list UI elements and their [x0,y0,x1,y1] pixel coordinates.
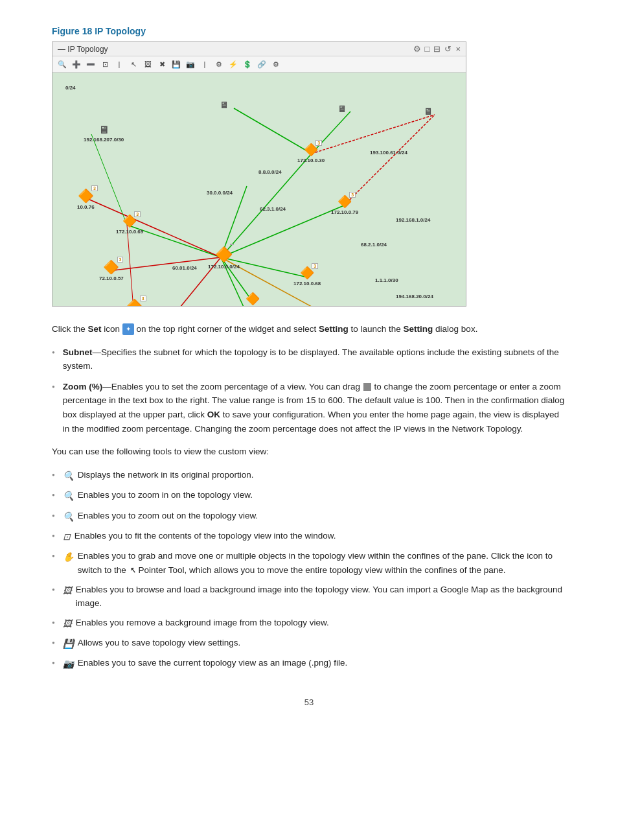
node-switch-top1: 🖥 [220,100,229,110]
setting-label1: Setting [319,324,349,334]
toolbar-separator2: | [199,58,211,70]
node-label-194: 194.168.20.0/24 [396,293,433,299]
svg-line-17 [91,134,127,225]
node-label-888: 8.8.8.0/24 [258,169,282,175]
zoom-item: ● Zoom (%)—Enables you to set the zoom p… [52,380,566,436]
zoom-text: Zoom (%)—Enables you to set the zoom per… [63,380,566,436]
node-label-6001: 60.01.0/24 [172,264,197,271]
tool-icon-save: 💾 [63,636,74,651]
node-switch-top2: 🖥 [338,104,347,114]
minimize-icon[interactable]: ⊟ [433,44,441,54]
tool-bullet-2: ● [52,491,55,500]
settings-icon[interactable]: ⚙ [413,44,421,54]
figure-title: Figure 18 IP Topology [52,26,566,36]
close-icon[interactable]: × [455,44,461,54]
tool-bullet-7: ● [52,619,55,627]
drag-indicator [363,383,371,391]
node-label-111: 1.1.1.0/30 [375,277,398,283]
tool-content-1: 🔍 Displays the network in its original p… [63,468,566,483]
intro-paragraph: Click the Set icon ✦ on the top right co… [52,322,566,336]
node-label-1921681: 192.168.1.0/24 [396,216,430,223]
tool-icon-bg-add: 🖼 [63,583,72,598]
tool-icon-zoom-out: 🔍 [63,509,74,524]
node-switch-top3: 🖥 [424,106,433,117]
subnet-item: ● Subnet—Specifies the subnet for which … [52,345,566,373]
topology-titlebar: — IP Topology ⚙ □ ⊟ ↺ × [52,42,466,56]
node-0-24: 0/24 [65,84,76,91]
set-icon: ✦ [122,323,134,335]
tool-bullet-8: ● [52,639,55,648]
tool-icon-original: 🔍 [63,469,74,483]
toolbar-extra5[interactable]: ⚙ [270,58,282,70]
tool-content-8: 💾 Allows you to save topology view setti… [63,636,566,651]
tool-item-6: ● 🖼 Enables you to browse and load a bac… [52,583,566,611]
toolbar-extra1[interactable]: ⚙ [213,58,225,70]
svg-line-2 [114,257,221,270]
tool-item-5: ● ✋ Enables you to grab and move one or … [52,549,566,577]
tool-item-7: ● 🖼 Enables you remove a background imag… [52,616,566,631]
tool-text-9: Enables you to save the current topology… [78,656,566,670]
node-router-30: 🔶 3 172.10.0.30 [297,143,325,163]
tool-bullet-9: ● [52,659,55,668]
tool-text-5: Enables you to grab and move one or mult… [78,549,566,577]
refresh-icon[interactable]: ↺ [444,44,452,54]
node-router-main: 🔶 172.10.0.0/24 [208,246,240,270]
tool-content-9: 📷 Enables you to save the current topolo… [63,656,566,671]
tool-item-9: ● 📷 Enables you to save the current topo… [52,656,566,671]
toolbar-bg-add[interactable]: 🖼 [142,58,154,70]
toolbar-zoom-out[interactable]: ➖ [85,58,97,70]
titlebar-right[interactable]: ⚙ □ ⊟ ↺ × [413,44,461,54]
node-router-79: 🔶 3 172.10.0.79 [331,194,358,215]
svg-line-14 [344,115,435,205]
tool-bullet-4: ● [52,532,55,541]
tool-item-4: ● ⊡ Enables you to fit the contents of t… [52,529,566,544]
tool-icon-save-png: 📷 [63,657,74,671]
maximize-icon[interactable]: □ [425,44,430,54]
node-label-30000: 30.0.0.0/24 [207,189,233,196]
node-label-682: 68.2.1.0/24 [361,241,387,248]
tool-content-2: 🔍 Enables you to zoom in on the topology… [63,488,566,503]
svg-line-18 [127,225,133,306]
node-router-68: 🔶 3 172.10.0.68 [293,266,321,286]
bullet-dot-1: ● [52,349,55,357]
tool-content-3: 🔍 Enables you to zoom out on the topolog… [63,509,566,524]
toolbar-save[interactable]: 💾 [170,58,182,70]
topology-toolbar: 🔍 ➕ ➖ ⊡ | ↖ 🖼 ✖ 💾 📷 | ⚙ ⚡ 💲 🔗 ⚙ [52,56,466,73]
tool-content-4: ⊡ Enables you to fit the contents of the… [63,529,566,544]
tool-text-1: Displays the network in its original pro… [78,468,566,482]
tool-item-2: ● 🔍 Enables you to zoom in on the topolo… [52,488,566,503]
tools-list: ● 🔍 Displays the network in its original… [52,468,566,671]
tool-icon-bg-remove: 🖼 [63,616,72,631]
tool-icon-fit: ⊡ [63,530,71,544]
toolbar-bg-remove[interactable]: ✖ [156,58,168,70]
toolbar-save-img[interactable]: 📷 [185,58,196,70]
node-router-72: 🔶 3 72.10.0.57 [99,259,124,281]
node-router-60: 🔶 172.10.0.60 [239,292,266,306]
tool-content-6: 🖼 Enables you to browse and load a backg… [63,583,566,611]
topology-window: — IP Topology ⚙ □ ⊟ ↺ × 🔍 ➕ ➖ ⊡ | ↖ 🖼 ✖ … [52,41,466,307]
tool-item-1: ● 🔍 Displays the network in its original… [52,468,566,483]
node-label-62: 62.3.1.0/24 [260,205,286,212]
tool-item-3: ● 🔍 Enables you to zoom out on the topol… [52,509,566,524]
toolbar-zoom-in[interactable]: ➕ [71,58,82,70]
toolbar-extra3[interactable]: 💲 [242,58,253,70]
tool-text-2: Enables you to zoom in on the topology v… [78,488,566,502]
node-label-193: 193.100.61.0/24 [370,149,407,156]
settings-list: ● Subnet—Specifies the subnet for which … [52,345,566,436]
set-label: Set [88,324,102,334]
tool-bullet-3: ● [52,512,55,520]
tool-bullet-1: ● [52,471,55,480]
toolbar-cursor[interactable]: ↖ [128,58,139,70]
tool-item-8: ● 💾 Allows you to save topology view set… [52,636,566,651]
tool-content-5: ✋ Enables you to grab and move one or mu… [63,549,566,577]
toolbar-fit[interactable]: ⊡ [99,58,111,70]
tool-content-7: 🖼 Enables you remove a background image … [63,616,566,631]
tool-text-3: Enables you to zoom out on the topology … [78,509,566,523]
tool-text-8: Allows you to save topology view setting… [78,636,566,650]
tool-icon-grab: ✋ [63,550,74,564]
toolbar-extra4[interactable]: 🔗 [256,58,268,70]
toolbar-zoom-original[interactable]: 🔍 [56,58,68,70]
toolbar-extra2[interactable]: ⚡ [227,58,239,70]
node-router-172-69: 🔶 3 172.10.0.69 [116,214,143,235]
tool-bullet-5: ● [52,552,55,561]
